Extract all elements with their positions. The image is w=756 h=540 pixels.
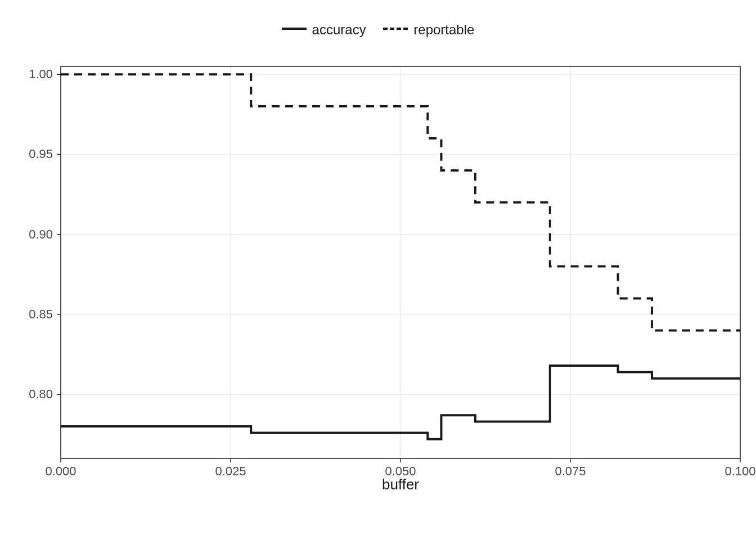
plot-area: 0.0000.0250.0500.0750.100buffer0.800.850…	[56, 62, 745, 489]
legend-label-reportable: reportable	[413, 22, 474, 38]
x-tick-label: 0.075	[555, 464, 586, 478]
y-tick-label: 0.85	[29, 307, 53, 321]
chart-container: accuracy reportable 0.0000.0250.0500.075…	[0, 0, 756, 540]
x-tick-label: 0.025	[215, 464, 246, 478]
y-tick-label: 0.80	[29, 387, 53, 401]
y-tick-label: 0.95	[29, 147, 53, 161]
y-tick-label: 0.90	[29, 227, 53, 241]
legend-item-accuracy: accuracy	[282, 22, 366, 38]
legend: accuracy reportable	[0, 20, 756, 38]
legend-label-accuracy: accuracy	[312, 22, 366, 38]
y-tick-label: 1.00	[29, 67, 53, 81]
chart-svg: 0.0000.0250.0500.0750.100buffer0.800.850…	[56, 62, 745, 489]
x-tick-label: 0.100	[724, 464, 755, 478]
legend-item-reportable: reportable	[383, 22, 474, 38]
legend-swatch-solid	[282, 28, 307, 32]
x-tick-label: 0.000	[45, 464, 76, 478]
legend-swatch-dashed	[383, 28, 408, 32]
x-axis-title: buffer	[382, 476, 419, 493]
